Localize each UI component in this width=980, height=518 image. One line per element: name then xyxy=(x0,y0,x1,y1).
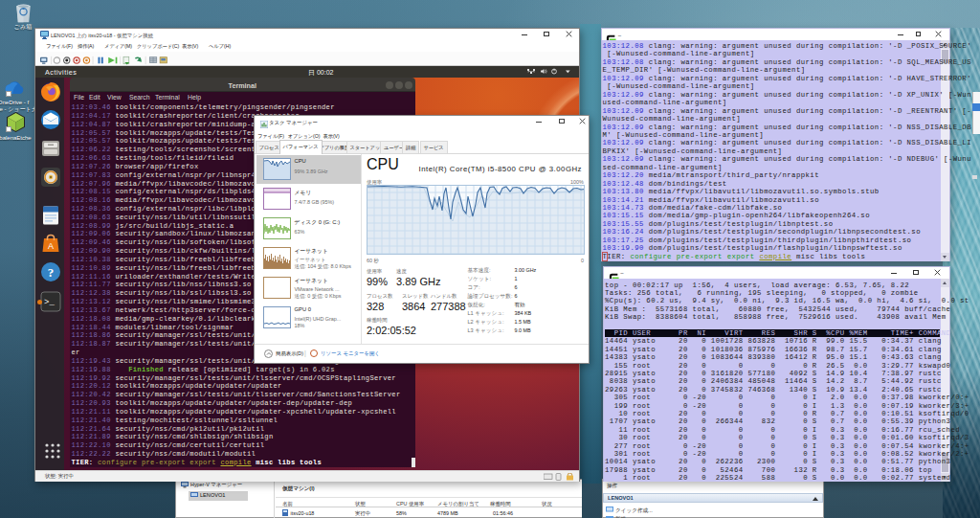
svg-text:>_: >_ xyxy=(44,298,55,307)
svg-text:?: ? xyxy=(48,265,55,280)
svg-text:A: A xyxy=(48,241,54,251)
